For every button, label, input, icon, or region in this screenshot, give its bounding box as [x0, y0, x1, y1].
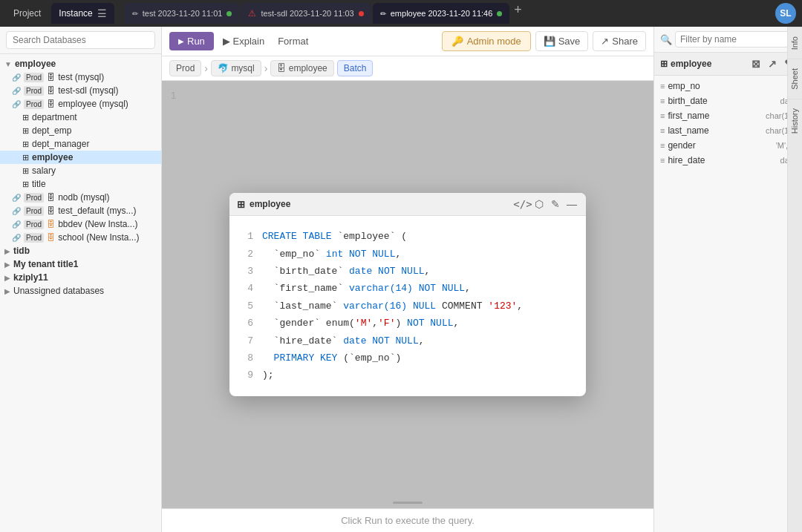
prod-badge7: Prod: [24, 233, 44, 243]
right-panel-columns: ≡ emp_no int ≡ birth_date date ≡ first_n…: [654, 76, 802, 532]
code-line-1: 1 CREATE TABLE `employee` (: [241, 228, 574, 245]
col-emp-no: ≡ emp_no int: [654, 79, 802, 93]
avatar: SL: [775, 3, 796, 24]
tree-unassigned-databases[interactable]: ▶ Unassigned databases: [0, 284, 161, 298]
modal-edit-button[interactable]: ✎: [549, 197, 562, 211]
query-tab-2-dot: [497, 11, 502, 16]
query-tab-0[interactable]: ✏ test 2023-11-20 11:01: [125, 3, 240, 24]
modal-minimize-button[interactable]: —: [565, 197, 578, 211]
prod-icon5: 🔗: [12, 207, 21, 215]
table-salary-label: salary: [32, 165, 56, 176]
modal-open-button[interactable]: ⬡: [532, 197, 546, 211]
employee-caret-icon: ▼: [4, 60, 12, 68]
breadcrumb-batch[interactable]: Batch: [337, 60, 374, 76]
query-tab-2[interactable]: ✏ employee 2023-11-20 11:46: [373, 3, 510, 24]
breadcrumb-employee-label: employee: [289, 63, 327, 73]
explain-button[interactable]: ▶ Explain: [218, 33, 269, 50]
tab-project[interactable]: Project: [6, 3, 48, 24]
tree-db-test-sdl[interactable]: 🔗 Prod 🗄 test-sdl (mysql): [0, 84, 161, 97]
table-dept-manager-label: dept_manager: [32, 139, 89, 149]
key-icon: 🔑: [451, 36, 463, 47]
table-dept-emp[interactable]: ⊞ dept_emp: [0, 124, 161, 137]
tree-group-my-tenant[interactable]: ▶ My tenant title1: [0, 257, 161, 271]
my-tenant-caret-icon: ▶: [4, 260, 10, 269]
prod-badge4: Prod: [24, 193, 44, 203]
save-button[interactable]: 💾 Save: [535, 31, 589, 51]
share-label: Share: [612, 36, 638, 47]
tab-info[interactable]: Info: [788, 27, 802, 59]
save-label: Save: [558, 36, 581, 47]
query-tab-1-warning-icon: ⚠: [248, 8, 256, 19]
col-icon-gender: ≡: [660, 141, 665, 150]
table-employee[interactable]: ⊞ employee: [0, 151, 161, 164]
query-tab-1[interactable]: ⚠ test-sdl 2023-11-20 11:03: [241, 3, 371, 24]
run-button[interactable]: ▶ Run: [169, 32, 214, 50]
query-placeholder-text: Click Run to execute the query.: [341, 515, 475, 526]
code-line-5: 5 `last_name` varchar(16) NULL COMMENT '…: [241, 298, 574, 315]
db-icon6: 🗄: [47, 220, 55, 229]
table-department[interactable]: ⊞ department: [0, 111, 161, 124]
modal-title: ⊞ employee: [237, 199, 290, 210]
tree-group-employee[interactable]: ▼ employee: [0, 57, 161, 70]
query-tab-2-label: employee 2023-11-20 11:46: [391, 9, 493, 18]
tab-instance-label: Instance: [59, 8, 92, 19]
breadcrumb-prod[interactable]: Prod: [169, 60, 201, 76]
admin-mode-button[interactable]: 🔑 Admin mode: [442, 31, 531, 51]
tree-db-school[interactable]: 🔗 Prod 🗄 school (New Insta...): [0, 231, 161, 244]
layout-icon[interactable]: ⊠: [749, 56, 763, 71]
search-input[interactable]: [6, 31, 155, 49]
db-icon-crumb: 🗄: [277, 63, 286, 73]
right-panel-table-name: employee: [671, 59, 711, 69]
employee-label: employee: [15, 59, 56, 69]
modal-overlay[interactable]: ⊞ employee </> ⬡ ✎ — 1 CREAT: [162, 81, 653, 508]
col-icon-birth-date: ≡: [660, 96, 665, 105]
tree-db-test[interactable]: 🔗 Prod 🗄 test (mysql): [0, 70, 161, 84]
code-line-2: 2 `emp_no` int NOT NULL,: [241, 246, 574, 263]
tree-db-employee[interactable]: 🔗 Prod 🗄 employee (mysql): [0, 97, 161, 111]
tidb-caret-icon: ▶: [4, 247, 10, 255]
tree-db-nodb[interactable]: 🔗 Prod 🗄 nodb (mysql): [0, 191, 161, 204]
right-panel-header: 🔍: [654, 27, 802, 53]
title-bar: Project Instance ☰ ✏ test 2023-11-20 11:…: [0, 0, 802, 27]
my-tenant-label: My tenant title1: [13, 259, 78, 269]
tree-db-bbdev[interactable]: 🔗 Prod 🗄 bbdev (New Insta...): [0, 217, 161, 231]
tree-group-tidb[interactable]: ▶ tidb: [0, 244, 161, 257]
breadcrumb-mysql[interactable]: 🐬 mysql: [211, 60, 261, 76]
tree-group-kziply11[interactable]: ▶ kziply11: [0, 271, 161, 284]
table-salary[interactable]: ⊞ salary: [0, 164, 161, 177]
tree-db-test-default[interactable]: 🔗 Prod 🗄 test_default (mys...): [0, 204, 161, 217]
code-line-9: 9 );: [241, 367, 574, 384]
db-employee-label: employee (mysql): [58, 99, 128, 109]
col-name-birth-date: birth_date: [668, 96, 707, 106]
code-line-4: 4 `first_name` varchar(14) NOT NULL,: [241, 280, 574, 297]
modal-titlebar: ⊞ employee </> ⬡ ✎ —: [229, 193, 586, 216]
tab-project-label: Project: [13, 8, 41, 19]
col-icon-emp-no: ≡: [660, 82, 665, 91]
right-panel: 🔍 ⊞ employee ⊠ ↗ ✎ ≡ emp_no int ≡ birth_…: [653, 27, 802, 532]
query-tab-2-icon: ✏: [380, 10, 386, 18]
share-button[interactable]: ↗ Share: [593, 31, 646, 51]
new-tab-button[interactable]: +: [514, 3, 522, 24]
table-dept-manager[interactable]: ⊞ dept_manager: [0, 137, 161, 151]
query-tab-0-label: test 2023-11-20 11:01: [143, 9, 223, 18]
user-avatar-area: SL: [775, 3, 796, 24]
open-icon[interactable]: ↗: [765, 56, 780, 71]
tab-sheet[interactable]: Sheet: [788, 59, 802, 99]
right-panel-filter-input[interactable]: [675, 31, 797, 47]
save-icon: 💾: [544, 36, 555, 47]
table-department-label: department: [32, 112, 77, 122]
sidebar-tree: ▼ employee 🔗 Prod 🗄 test (mysql) 🔗 Prod …: [0, 54, 161, 532]
modal-code-button[interactable]: </>: [516, 197, 529, 211]
prod-icon6: 🔗: [12, 220, 21, 229]
tab-history[interactable]: History: [788, 99, 802, 142]
db-icon2: 🗄: [47, 86, 55, 95]
admin-label: Admin mode: [467, 36, 521, 47]
format-button[interactable]: Format: [273, 33, 313, 50]
table-icon-right: ⊞: [660, 59, 668, 69]
breadcrumb-employee[interactable]: 🗄 employee: [270, 60, 333, 76]
breadcrumb-mysql-label: mysql: [231, 63, 254, 73]
format-label: Format: [278, 36, 308, 47]
table-title[interactable]: ⊞ title: [0, 177, 161, 191]
tab-instance[interactable]: Instance ☰: [51, 3, 114, 24]
table-title-label: title: [32, 179, 46, 189]
